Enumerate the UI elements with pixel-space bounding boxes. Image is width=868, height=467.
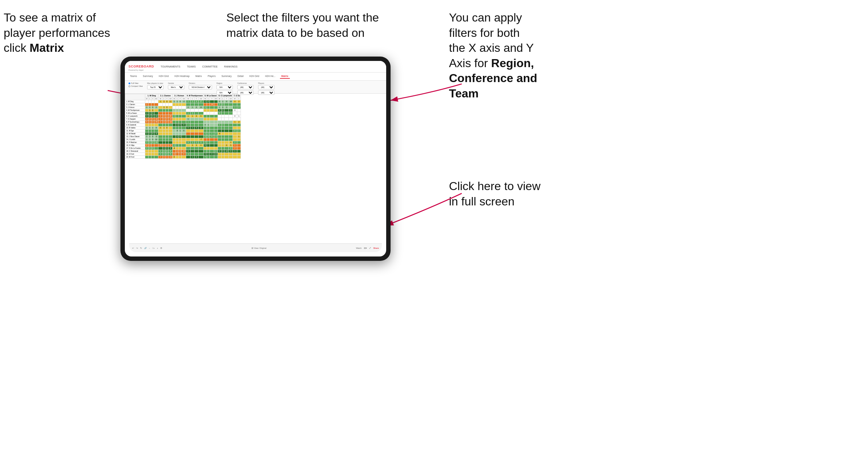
cell-r12-c3: -3 <box>154 135 158 138</box>
cell-r3-c11 <box>182 109 186 112</box>
link-icon[interactable]: 🔗 <box>144 247 147 249</box>
full-view-radio[interactable]: Full View <box>128 82 143 84</box>
cell-r19-c24 <box>233 156 237 159</box>
cell-r1-c5 <box>162 103 165 106</box>
player-name-4: 5. M La Sasso <box>125 112 145 115</box>
sub-t2: T <box>165 97 168 100</box>
refresh-icon[interactable]: ↻ <box>140 247 142 249</box>
annotation-topright: You can apply filters for both the X axi… <box>449 10 537 101</box>
col-header-5: 5. M La Sasso <box>204 94 218 97</box>
cell-r2-c23 <box>229 106 233 109</box>
cell-r8-c2 <box>151 124 154 127</box>
players-select2[interactable]: (All) <box>258 90 274 95</box>
cell-r5-c11 <box>182 115 186 118</box>
players-label: Players <box>258 82 274 84</box>
cell-r4-c12: 1 <box>186 112 190 115</box>
sub-w1: W <box>145 97 149 100</box>
max-players-select[interactable]: Top 25 <box>147 85 164 89</box>
cell-r3-c13 <box>191 109 195 112</box>
division-select[interactable]: NCAA Division I <box>189 85 212 89</box>
subnav-matrix-active[interactable]: Matrix <box>280 74 290 79</box>
cell-r12-c12 <box>186 135 190 138</box>
nav-teams[interactable]: TEAMS <box>185 65 197 69</box>
zoom-in-icon[interactable]: + <box>157 247 158 249</box>
cell-r2-c8 <box>173 106 176 109</box>
watch-label[interactable]: Watch <box>356 247 361 249</box>
cell-r8-c16: 0 <box>204 124 207 127</box>
cell-r18-c1 <box>148 153 151 156</box>
cell-r6-c6: 0 <box>165 118 168 121</box>
subnav-players[interactable]: Players <box>206 74 217 79</box>
cell-r9-c18 <box>210 127 214 130</box>
cell-r12-c0: 1 <box>145 135 149 138</box>
region-select[interactable]: N/A <box>216 85 233 89</box>
nav-tournaments[interactable]: TOURNAMENTS <box>159 65 182 69</box>
subnav-summary2[interactable]: Summary <box>220 74 233 79</box>
cell-r4-c7 <box>168 112 173 115</box>
subnav-h2hgrid[interactable]: H2H Grid <box>157 74 170 79</box>
cell-r19-c5: 3 <box>162 156 165 159</box>
cell-r2-c7 <box>168 106 173 109</box>
players-select1[interactable]: (All) <box>258 85 274 89</box>
settings-icon[interactable]: ⚙ <box>160 247 162 249</box>
cell-r4-c15 <box>199 112 204 115</box>
fullscreen-icon[interactable]: ⤢ <box>369 247 371 250</box>
cell-r1-c22 <box>224 103 229 106</box>
cell-r13-c10 <box>179 138 182 141</box>
subnav-detail[interactable]: Detail <box>236 74 245 79</box>
cell-r4-c14 <box>195 112 199 115</box>
sub-l6: L <box>221 97 224 100</box>
cell-r1-c9 <box>176 103 179 106</box>
app-logo: SCOREBOARD Powered by clippd <box>128 62 159 71</box>
subnav-teams[interactable]: Teams <box>128 74 138 79</box>
cell-r18-c20 <box>218 153 222 156</box>
cell-r0-c22: 0 <box>224 100 229 103</box>
cell-r4-c1: 0 <box>148 112 151 115</box>
player-name-6: 7. G Sargent <box>125 118 145 121</box>
cell-r14-c24: 2 <box>233 141 237 144</box>
conference-select1[interactable]: (All) <box>237 85 254 89</box>
nav-committee[interactable]: COMMITTEE <box>201 65 219 69</box>
cell-r3-c0 <box>145 109 149 112</box>
cell-r17-c4: 1 <box>158 150 163 153</box>
cell-r0-c4: 1 <box>158 100 163 103</box>
cell-r10-c25: 1 <box>237 130 241 132</box>
cell-r18-c0 <box>145 153 149 156</box>
subnav-summary[interactable]: Summary <box>141 74 154 79</box>
matrix-area[interactable]: 1. W Ding 2. L Clanton 3. J Koivun 4. M … <box>125 94 386 246</box>
zoom-out-icon[interactable]: − <box>149 247 150 249</box>
cell-r19-c6: 1 <box>165 156 168 159</box>
sub-l7: L <box>237 97 241 100</box>
subnav-h2hheatmap[interactable]: H2H Heatmap <box>173 74 191 79</box>
cell-r17-c2 <box>151 150 154 153</box>
view-original[interactable]: ⊞ View: Original <box>251 247 266 249</box>
layout-icon[interactable]: ⊞▾ <box>364 247 367 249</box>
cell-r10-c18 <box>210 130 214 132</box>
cell-r19-c8: 0 <box>173 156 176 159</box>
cell-r9-c20 <box>218 127 222 130</box>
cell-r7-c14 <box>195 121 199 124</box>
compact-view-radio[interactable]: Compact View <box>128 85 143 87</box>
subnav-h2hhe[interactable]: H2H He... <box>264 74 277 79</box>
subnav-matrix-left[interactable]: Matrix <box>194 74 203 79</box>
cell-r16-c6: 1 <box>165 147 168 150</box>
undo-icon[interactable]: ↩ <box>132 247 134 249</box>
cell-r14-c1: 1 <box>148 141 151 144</box>
cell-r11-c15 <box>199 132 204 135</box>
col-header-3: 3. J Koivun <box>173 94 186 97</box>
cell-r0-c5: 2 <box>162 100 165 103</box>
gender-select[interactable]: Men's <box>168 85 184 89</box>
cell-r9-c10 <box>179 127 182 130</box>
subnav-h2hgrid2[interactable]: H2H Grid <box>248 74 261 79</box>
cell-r5-c25: 1 <box>237 115 241 118</box>
cell-r5-c23 <box>229 115 233 118</box>
player-name-19: 20. M Ford <box>125 156 145 159</box>
cell-r0-c23: 13 <box>229 100 233 103</box>
nav-rankings[interactable]: RANKINGS <box>223 65 239 69</box>
share-label[interactable]: Share <box>373 247 379 249</box>
cell-r6-c19 <box>214 118 218 121</box>
cell-r6-c20 <box>218 118 222 121</box>
cell-r11-c13 <box>191 132 195 135</box>
cell-r10-c14 <box>195 130 199 132</box>
redo-icon[interactable]: ↪ <box>136 247 138 249</box>
